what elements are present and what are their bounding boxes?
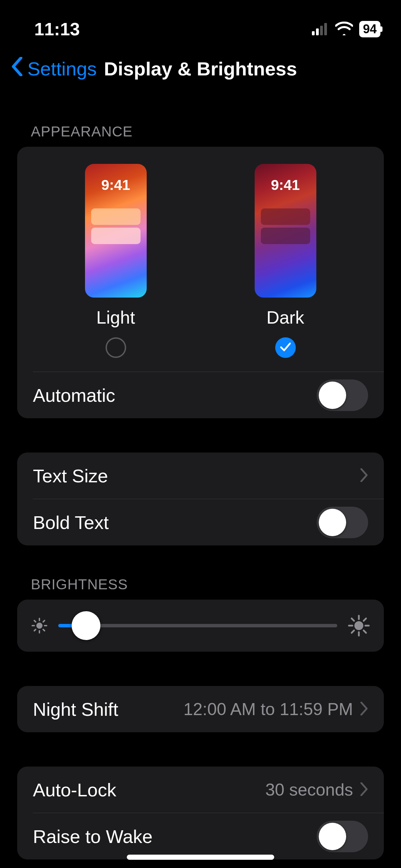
checkmark-icon [280,341,291,354]
raise-to-wake-label: Raise to Wake [33,826,153,847]
sun-small-icon [31,617,48,634]
dark-preview-icon: 9:41 [255,164,316,298]
row-night-shift[interactable]: Night Shift 12:00 AM to 11:59 PM [17,686,384,732]
svg-rect-3 [324,23,327,35]
chevron-right-icon [360,468,368,483]
brightness-slider[interactable] [58,612,337,639]
page-title: Display & Brightness [104,58,297,80]
status-bar: 11:13 94 [0,0,401,45]
light-preview-icon: 9:41 [85,164,147,298]
row-auto-lock[interactable]: Auto-Lock 30 seconds [17,767,384,813]
light-label: Light [96,307,135,328]
chevron-right-icon [360,702,368,717]
appearance-card: 9:41 Light 9:41 Dark [17,147,384,418]
dark-label: Dark [267,307,304,328]
svg-line-10 [43,629,45,631]
raise-to-wake-toggle[interactable] [317,821,368,852]
chevron-right-icon [360,782,368,797]
svg-line-19 [364,630,366,633]
row-text-size[interactable]: Text Size [17,453,384,499]
auto-lock-detail: 30 seconds [265,780,353,800]
svg-line-12 [43,620,45,622]
wifi-icon [335,19,353,39]
svg-line-21 [364,618,366,621]
automatic-toggle[interactable] [317,379,368,411]
night-shift-card: Night Shift 12:00 AM to 11:59 PM [17,686,384,732]
bold-text-label: Bold Text [33,512,109,533]
svg-line-9 [34,620,36,622]
text-card: Text Size Bold Text [17,453,384,545]
section-header-appearance: Appearance [17,93,384,147]
row-raise-to-wake: Raise to Wake [17,813,384,859]
bold-text-toggle[interactable] [317,507,368,538]
svg-point-13 [354,621,363,630]
section-header-brightness: Brightness [17,545,384,600]
lock-card: Auto-Lock 30 seconds Raise to Wake [17,767,384,859]
svg-rect-0 [312,31,315,35]
svg-line-18 [352,618,354,621]
back-button[interactable]: Settings [10,57,97,81]
row-bold-text: Bold Text [17,499,384,545]
appearance-option-dark[interactable]: 9:41 Dark [200,164,370,358]
chevron-left-icon [10,57,24,81]
svg-rect-2 [320,26,323,35]
night-shift-detail: 12:00 AM to 11:59 PM [183,699,353,719]
svg-point-4 [36,623,42,629]
auto-lock-label: Auto-Lock [33,779,116,800]
battery-percent: 94 [363,22,377,36]
brightness-card [17,600,384,652]
home-indicator[interactable] [127,855,274,860]
text-size-label: Text Size [33,465,108,486]
appearance-option-light[interactable]: 9:41 Light [31,164,200,358]
status-indicators: 94 [312,19,380,39]
radio-dark[interactable] [275,337,296,358]
cellular-icon [312,19,329,39]
sun-large-icon [348,614,370,637]
svg-rect-1 [316,28,319,35]
battery-indicator: 94 [359,21,380,37]
back-label: Settings [27,58,97,80]
svg-line-11 [34,629,36,631]
nav-bar: Settings Display & Brightness [0,45,401,93]
row-automatic: Automatic [17,372,384,418]
radio-light[interactable] [106,337,126,358]
night-shift-label: Night Shift [33,699,118,720]
automatic-label: Automatic [33,385,115,406]
svg-line-20 [352,630,354,633]
status-time: 11:13 [34,19,80,39]
